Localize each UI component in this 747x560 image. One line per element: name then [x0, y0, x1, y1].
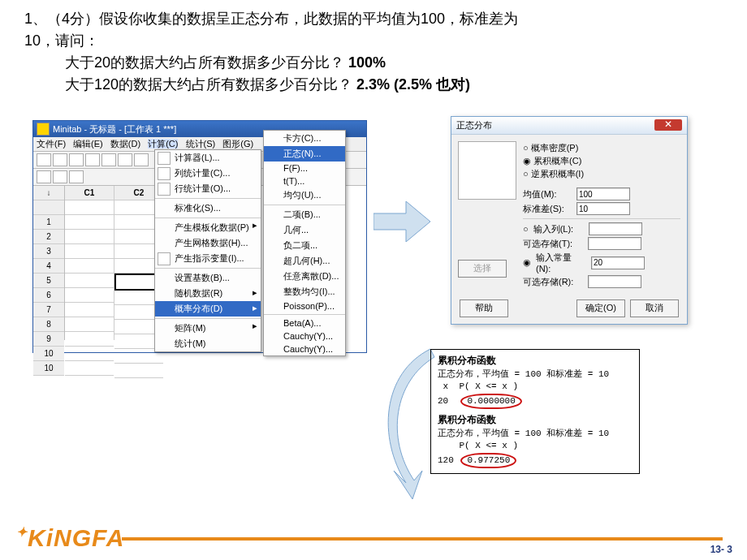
menu-item[interactable]: Beta(A)...: [264, 314, 345, 330]
menu-item[interactable]: 矩阵(M)▸: [155, 318, 261, 336]
q2: 大于120的数据大约占所有数据多少百分比？: [65, 76, 352, 93]
menu-item[interactable]: t(T)...: [264, 174, 345, 187]
store2-label: 可选存储(R):: [523, 276, 583, 288]
dialog-title: 正态分布: [456, 119, 492, 131]
dialog-title-bar: 正态分布 ✕: [451, 117, 687, 135]
out-title2: 累积分布函数: [438, 414, 633, 428]
a2: 2.3% (2.5% 也对): [356, 76, 470, 93]
opt-pdf[interactable]: ○ 概率密度(P): [523, 142, 680, 154]
mean-label: 均值(M):: [523, 188, 572, 200]
menu-item[interactable]: 超几何(H)...: [264, 253, 345, 269]
menu-edit[interactable]: 编辑(E): [73, 139, 103, 149]
tb-icon[interactable]: [69, 170, 84, 183]
menu-item[interactable]: 整数均匀(I)...: [264, 284, 345, 299]
tb-open-icon[interactable]: [53, 153, 67, 166]
tb-cut-icon[interactable]: [101, 153, 116, 166]
menu-stat[interactable]: 统计(S): [186, 139, 216, 149]
const-input[interactable]: [591, 256, 645, 269]
dist-submenu[interactable]: 卡方(C)...正态(N)...F(F)...t(T)...均匀(U)...二项…: [263, 130, 346, 356]
page-number: 13- 3: [710, 544, 732, 555]
out-header2: P( X <= x ): [438, 440, 633, 452]
menu-calc[interactable]: 计算(C): [148, 139, 178, 149]
tb-save-icon[interactable]: [69, 153, 84, 166]
tb-print-icon[interactable]: [85, 153, 100, 166]
store1-input[interactable]: [588, 237, 641, 250]
ok-button[interactable]: 确定(O): [576, 299, 625, 317]
out-desc1: 正态分布，平均值 = 100 和标准差 = 10: [438, 368, 633, 381]
footer-rule: [122, 537, 723, 541]
menu-item[interactable]: 标准化(S)...: [155, 198, 261, 216]
tb-copy-icon[interactable]: [118, 153, 132, 166]
menu-item[interactable]: 产生网格数据(H)...: [155, 235, 261, 251]
a1: 100%: [348, 54, 386, 71]
menu-item[interactable]: 产生模板化数据(P)▸: [155, 218, 261, 235]
menu-item[interactable]: 概率分布(D)▸: [155, 301, 261, 317]
close-icon[interactable]: ✕: [654, 119, 682, 131]
opt-inputconst[interactable]: ◉ 输入常量(N):: [523, 252, 680, 274]
opt-inv[interactable]: ○ 逆累积概率(I): [523, 168, 680, 180]
menu-item[interactable]: Cauchy(Y)...: [264, 342, 345, 355]
app-icon: [37, 123, 50, 136]
menu-graph[interactable]: 图形(G): [222, 139, 253, 149]
menu-item[interactable]: 行统计量(O)...: [155, 181, 261, 196]
help-button[interactable]: 帮助: [460, 299, 508, 317]
out-x1: 20: [438, 396, 448, 406]
list-box[interactable]: [458, 141, 516, 200]
arrow-right-icon: [374, 201, 430, 242]
q-line2: 10，请问：: [24, 30, 723, 52]
menu-item[interactable]: 任意离散(D)...: [264, 269, 345, 284]
col-c1[interactable]: C1: [65, 186, 114, 340]
menu-item[interactable]: 二项(B)...: [264, 205, 345, 222]
cancel-button[interactable]: 取消: [630, 299, 679, 317]
sd-input[interactable]: [576, 202, 630, 215]
tb-paste-icon[interactable]: [134, 153, 149, 166]
menu-item[interactable]: Cauchy(Y)...: [264, 330, 345, 342]
menu-data[interactable]: 数据(D): [110, 139, 140, 149]
menu-item[interactable]: 列统计量(C)...: [155, 166, 261, 181]
tb-new-icon[interactable]: [37, 153, 51, 166]
menu-item[interactable]: 卡方(C)...: [264, 131, 345, 146]
out-desc2: 正态分布，平均值 = 100 和标准差 = 10: [438, 428, 633, 440]
opt-inputcol[interactable]: ○ 输入列(L):: [523, 222, 680, 235]
out-header1: x P( X <= x ): [438, 381, 633, 393]
menu-item[interactable]: 随机数据(R)▸: [155, 286, 261, 301]
svg-marker-0: [374, 201, 430, 242]
row-headers: ↓ 1234567891010: [33, 186, 65, 340]
question-block: 1、（4分）假设你收集的数据呈正态分布，此数据的平均值为100，标准差为 10，…: [24, 8, 723, 96]
opt-cdf[interactable]: ◉ 累积概率(C): [523, 155, 680, 167]
sd-label: 标准差(S):: [523, 203, 572, 215]
tb-icon[interactable]: [53, 170, 67, 183]
menu-file[interactable]: 文件(F): [37, 139, 66, 149]
menu-item[interactable]: 计算器(L)...: [155, 150, 261, 166]
kingfa-logo: ✦KiNGFA: [16, 524, 124, 552]
q-line1: 1、（4分）假设你收集的数据呈正态分布，此数据的平均值为100，标准差为: [24, 8, 723, 30]
out-x2: 120: [438, 455, 454, 465]
menu-item[interactable]: F(F)...: [264, 162, 345, 174]
normal-dist-dialog: 正态分布 ✕ 选择 ○ 概率密度(P) ◉ 累积概率(C) ○ 逆累积概率(I)…: [451, 116, 688, 325]
calc-menu[interactable]: 计算器(L)...列统计量(C)...行统计量(O)...标准化(S)...产生…: [154, 149, 261, 352]
menu-item[interactable]: 负二项...: [264, 238, 345, 253]
mean-input[interactable]: [576, 187, 630, 200]
out-title1: 累积分布函数: [438, 355, 633, 368]
col-input[interactable]: [589, 222, 642, 235]
out-p1: 0.0000000: [460, 394, 521, 409]
tb-icon[interactable]: [37, 170, 51, 183]
menu-item[interactable]: 设置基数(B)...: [155, 268, 261, 286]
minitab-title: Minitab - 无标题 - [工作表 1 ***]: [53, 123, 176, 136]
menu-item[interactable]: 正态(N)...: [264, 146, 345, 162]
menu-item[interactable]: 产生指示变量(I)...: [155, 251, 261, 266]
session-output: 累积分布函数 正态分布，平均值 = 100 和标准差 = 10 x P( X <…: [430, 349, 640, 474]
menu-item[interactable]: 几何...: [264, 222, 345, 238]
out-p2: 0.977250: [460, 453, 516, 468]
menu-item[interactable]: Poisson(P)...: [264, 299, 345, 312]
store2-input[interactable]: [588, 275, 641, 288]
q1: 大于20的数据大约占所有数据多少百分比？: [65, 54, 344, 71]
menu-item[interactable]: 均匀(U)...: [264, 187, 345, 203]
store1-label: 可选存储(T):: [523, 238, 583, 250]
select-button[interactable]: 选择: [458, 260, 507, 278]
menu-item[interactable]: 统计(M): [155, 336, 261, 351]
